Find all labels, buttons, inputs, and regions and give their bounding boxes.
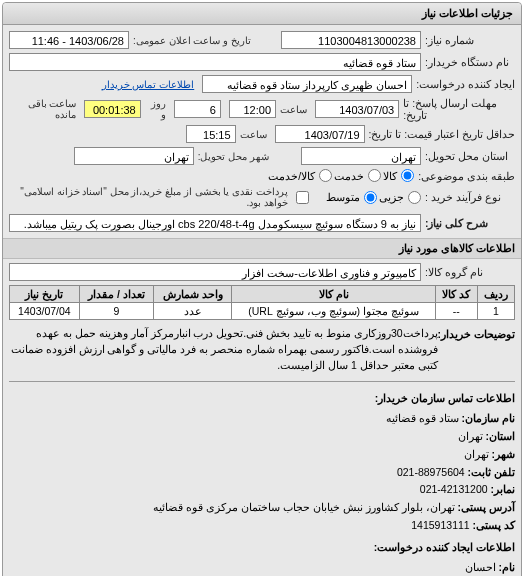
c-org-lbl: نام سازمان: — [462, 410, 515, 428]
group-field: کامپیوتر و فناوری اطلاعات-سخت افزار — [9, 263, 421, 281]
goods-section-header: اطلاعات کالاهای مورد نیاز — [3, 238, 521, 259]
cell-code: -- — [435, 303, 477, 320]
subject-field: نیاز به 9 دستگاه سوئیچ سیسکومدل cbs 220/… — [9, 214, 421, 232]
priority-label: طبقه بندی موضوعی: — [418, 170, 515, 182]
delivery-state: تهران — [301, 147, 421, 165]
priority-group: کالا خدمت کالا/خدمت — [268, 169, 414, 182]
cc-name-lbl: نام: — [499, 559, 516, 576]
th-code: کد کالا — [435, 286, 477, 303]
notes-label: توضیحات خریدار: — [438, 326, 515, 340]
remain-day: 6 — [174, 100, 221, 118]
radio-med[interactable] — [364, 191, 377, 204]
cell-unit: عدد — [154, 303, 232, 320]
valid-label: حداقل تاریخ اعتبار قیمت: تا تاریخ: — [369, 128, 515, 140]
delivery-state-label: استان محل تحویل: — [425, 150, 515, 162]
announce-label: تاریخ و ساعت اعلان عمومی: — [133, 35, 251, 46]
treasury-checkbox[interactable] — [296, 191, 309, 204]
th-name: نام کالا — [232, 286, 435, 303]
radio-both-label: کالا/خدمت — [268, 170, 315, 182]
th-row: ردیف — [477, 286, 514, 303]
c-fax-lbl: نمابر: — [491, 481, 516, 499]
buytype-label: نوع فرآیند خرید : — [425, 191, 515, 203]
radio-goods[interactable] — [401, 169, 414, 182]
goods-table: ردیف کد کالا نام کالا واحد شمارش تعداد /… — [9, 285, 515, 320]
c-state-lbl: استان: — [486, 428, 516, 446]
cell-name: سوئیچ مجتوا (سوئیچ وب، سوئیچ URL) — [232, 303, 435, 320]
deadline-time: 12:00 — [229, 100, 276, 118]
valid-time: 15:15 — [186, 125, 236, 143]
subject-label: شرح کلی نیاز: — [425, 217, 515, 229]
th-qty: تعداد / مقدار — [79, 286, 154, 303]
time-label-1: ساعت — [280, 104, 307, 115]
cell-qty: 9 — [79, 303, 154, 320]
radio-small-label: جزیی — [379, 191, 404, 203]
separator — [9, 381, 515, 382]
cc-name: احسان — [465, 561, 496, 573]
req-no-label: شماره نیاز: — [425, 34, 515, 46]
c-tel-lbl: تلفن ثابت: — [468, 464, 515, 482]
c-addr: تهران، بلوار کشاورز نبش خیابان حجاب ساخت… — [153, 501, 454, 513]
radio-both[interactable] — [319, 169, 332, 182]
req-no-field: 1103004813000238 — [281, 31, 421, 49]
org-contact-block: اطلاعات تماس سازمان خریدار: نام سازمان: … — [9, 390, 515, 576]
delivery-city: تهران — [74, 147, 194, 165]
creator-field: احسان ظهیری کارپرداز ستاد قوه قضائیه — [202, 75, 412, 93]
deadline-label: مهلت ارسال پاسخ: تا تاریخ: — [403, 97, 515, 121]
c-state: تهران — [458, 430, 483, 442]
announce-field: 1403/06/28 - 11:46 — [9, 31, 129, 49]
th-date: تاریخ نیاز — [10, 286, 80, 303]
valid-date: 1403/07/19 — [275, 125, 365, 143]
buyer-contact-link[interactable]: اطلاعات تماس خریدار — [102, 79, 195, 90]
cell-date: 1403/07/04 — [10, 303, 80, 320]
c-city-lbl: شهر: — [492, 446, 516, 464]
panel-header: جزئیات اطلاعات نیاز — [3, 3, 521, 25]
c-zip: 1415913111 — [411, 519, 469, 531]
remain-time-label: ساعت باقی مانده — [9, 98, 76, 120]
radio-med-label: متوسط — [326, 191, 360, 203]
remain-day-label: روز و — [145, 98, 166, 120]
creator-label: ایجاد کننده درخواست: — [416, 78, 515, 90]
c-tel: 021-88975604 — [397, 466, 465, 478]
radio-small[interactable] — [408, 191, 421, 204]
radio-service-label: خدمت — [334, 170, 364, 182]
table-row: 1 -- سوئیچ مجتوا (سوئیچ وب، سوئیچ URL) ع… — [10, 303, 515, 320]
deadline-date: 1403/07/03 — [315, 100, 399, 118]
delivery-city-label: شهر محل تحویل: — [198, 151, 269, 162]
remain-time: 00:01:38 — [84, 100, 140, 118]
radio-service[interactable] — [368, 169, 381, 182]
table-header-row: ردیف کد کالا نام کالا واحد شمارش تعداد /… — [10, 286, 515, 303]
buytype-group: جزیی متوسط — [326, 191, 421, 204]
th-unit: واحد شمارش — [154, 286, 232, 303]
c-zip-lbl: کد پستی: — [473, 517, 515, 535]
c-fax: 021-42131200 — [420, 483, 488, 495]
buyer-field: ستاد قوه قضائیه — [9, 53, 421, 71]
notes-value: پرداخت30روزکاری منوط به تایید بخش فنی.تح… — [9, 326, 438, 373]
radio-goods-label: کالا — [383, 170, 397, 182]
buyer-label: نام دستگاه خریدار: — [425, 56, 515, 68]
time-label-2: ساعت — [240, 129, 267, 140]
c-city: تهران — [464, 448, 489, 460]
c-org: ستاد قوه قضائیه — [386, 412, 459, 424]
c-addr-lbl: آدرس پستی: — [458, 499, 515, 517]
group-label: نام گروه کالا: — [425, 266, 515, 278]
cell-row: 1 — [477, 303, 514, 320]
org-contact-title: اطلاعات تماس سازمان خریدار: — [9, 390, 515, 408]
creator-contact-title: اطلاعات ایجاد کننده درخواست: — [9, 539, 515, 557]
treasury-note: پرداخت نقدی یا بخشی از مبلغ خرید،از محل … — [9, 186, 288, 208]
